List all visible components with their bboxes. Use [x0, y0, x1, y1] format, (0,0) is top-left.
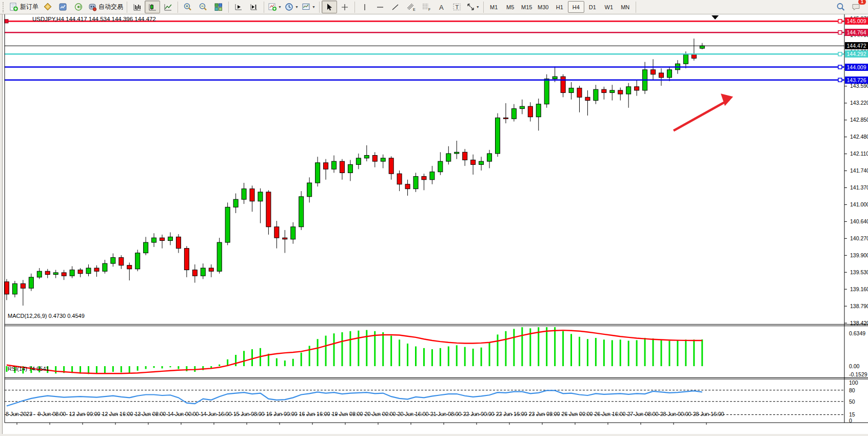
hline-anchor[interactable] [838, 20, 842, 23]
candlestick-chart-button[interactable] [145, 1, 160, 13]
crosshair-icon [341, 3, 349, 11]
macd-axis-tick: 0.00 [849, 363, 868, 369]
candle-body [413, 177, 418, 189]
hline-anchor[interactable] [838, 31, 842, 34]
price-tick-label: 142.110 [850, 150, 868, 157]
price-chart-canvas[interactable] [3, 14, 868, 434]
time-axis-label: 28 Jun 16:00 [688, 411, 729, 417]
timeframe-button-m1[interactable]: M1 [486, 1, 502, 13]
indicators-button[interactable]: ▼ [266, 1, 283, 13]
trend-arrow-line[interactable] [674, 100, 729, 130]
candle-body [53, 273, 58, 275]
candle-body [37, 271, 42, 277]
horizontal-line-button[interactable] [372, 1, 388, 13]
arrows-button[interactable]: ▼ [465, 1, 481, 13]
news-button[interactable] [71, 1, 86, 13]
chart-title: USDJPY,H4 144.417 144.534 144.396 144.47… [32, 16, 156, 22]
candle-body [422, 177, 426, 180]
hline-anchor[interactable] [838, 78, 842, 82]
new-order-button[interactable]: 新订单 [8, 1, 40, 13]
bar-chart-button[interactable] [129, 1, 145, 13]
autotrading-button[interactable]: 自动交易 [86, 1, 125, 13]
equidistant-channel-button[interactable]: E [403, 1, 419, 13]
fibonacci-button[interactable]: F [419, 1, 434, 13]
chart-window[interactable]: USDJPY,H4 144.417 144.534 144.396 144.47… [2, 14, 868, 434]
timeframe-button-d1[interactable]: D1 [584, 1, 601, 13]
text-button[interactable]: A [434, 1, 449, 13]
candle-body [86, 268, 91, 274]
candle-body [455, 152, 459, 154]
candle-body [364, 156, 369, 158]
crosshair-button[interactable] [337, 1, 352, 13]
templates-dropdown-arrow[interactable]: ▼ [312, 5, 315, 9]
templates-icon [302, 3, 311, 11]
timeframe-button-m30[interactable]: M30 [535, 1, 551, 13]
candle-body [160, 238, 165, 240]
candle-body [511, 109, 516, 119]
timeframe-button-m5[interactable]: M5 [502, 1, 519, 13]
data-window-button[interactable] [55, 1, 71, 13]
candle-body [553, 77, 557, 79]
vertical-line-button[interactable] [357, 1, 372, 13]
periods-button[interactable]: ▼ [283, 1, 300, 13]
trendline-icon [391, 3, 400, 11]
candle-body [618, 90, 623, 94]
candle-body [192, 270, 197, 276]
candle-body [397, 174, 402, 184]
timeframe-button-h4[interactable]: H4 [568, 1, 584, 13]
auto-scroll-button[interactable] [231, 1, 246, 13]
arrows-dropdown-arrow[interactable]: ▼ [476, 5, 480, 9]
text-label-button[interactable]: T [449, 1, 465, 13]
timeframe-button-m15[interactable]: M15 [519, 1, 535, 13]
timeframe-button-h1[interactable]: H1 [551, 1, 568, 13]
candle-body [12, 283, 17, 294]
candle-body [569, 88, 574, 92]
new-order-label: 新订单 [20, 3, 38, 11]
autotrading-label: 自动交易 [98, 3, 123, 11]
toolbar-separator [354, 2, 355, 13]
candle-body [544, 79, 549, 104]
price-tick-label: 138.790 [850, 303, 868, 309]
arrows-icon [466, 3, 475, 11]
tile-windows-button[interactable] [211, 1, 226, 13]
candle-body [520, 106, 524, 108]
bid-price-label: 144.472 [845, 42, 868, 49]
hline-price-label: 144.764 [845, 29, 868, 36]
periods-dropdown-arrow[interactable]: ▼ [295, 5, 299, 9]
candle-body [29, 277, 33, 288]
timeframe-button-mn[interactable]: MN [617, 1, 634, 13]
mt4-window: 新订单 [0, 0, 868, 436]
chart-shift-icon [250, 3, 259, 11]
templates-button[interactable]: ▼ [300, 1, 317, 13]
candle-body [152, 238, 156, 242]
candle-body [381, 158, 385, 161]
hline-anchor[interactable] [838, 65, 842, 69]
market-watch-button[interactable] [40, 1, 55, 13]
hline-anchor[interactable] [838, 52, 842, 56]
candle-body [94, 268, 99, 271]
line-chart-button[interactable] [160, 1, 175, 13]
price-tick-label: 141.740 [850, 167, 868, 174]
search-icon [836, 3, 845, 11]
toolbar-grip[interactable] [3, 2, 6, 12]
candle-body [45, 271, 50, 274]
notifications-button[interactable]: 1 [849, 1, 864, 13]
zoom-in-button[interactable] [180, 1, 195, 13]
zoom-out-button[interactable] [195, 1, 211, 13]
price-tick-label: 139.530 [850, 269, 868, 275]
tile-windows-icon [214, 3, 223, 11]
trendline-button[interactable] [388, 1, 403, 13]
candle-body [602, 89, 606, 92]
candle-body [291, 227, 295, 239]
zoom-in-icon [183, 3, 192, 11]
hline-price-label: 145.009 [845, 17, 868, 25]
search-button[interactable] [833, 1, 849, 13]
equidistant-channel-icon: E [406, 3, 416, 11]
indicators-dropdown-arrow[interactable]: ▼ [278, 5, 282, 9]
chart-shift-button[interactable] [246, 1, 262, 13]
cursor-button[interactable] [322, 1, 337, 13]
timeframe-button-w1[interactable]: W1 [601, 1, 617, 13]
main-toolbar: 新订单 [0, 0, 868, 14]
candle-body [430, 172, 435, 180]
hline-anchor[interactable] [5, 20, 8, 23]
